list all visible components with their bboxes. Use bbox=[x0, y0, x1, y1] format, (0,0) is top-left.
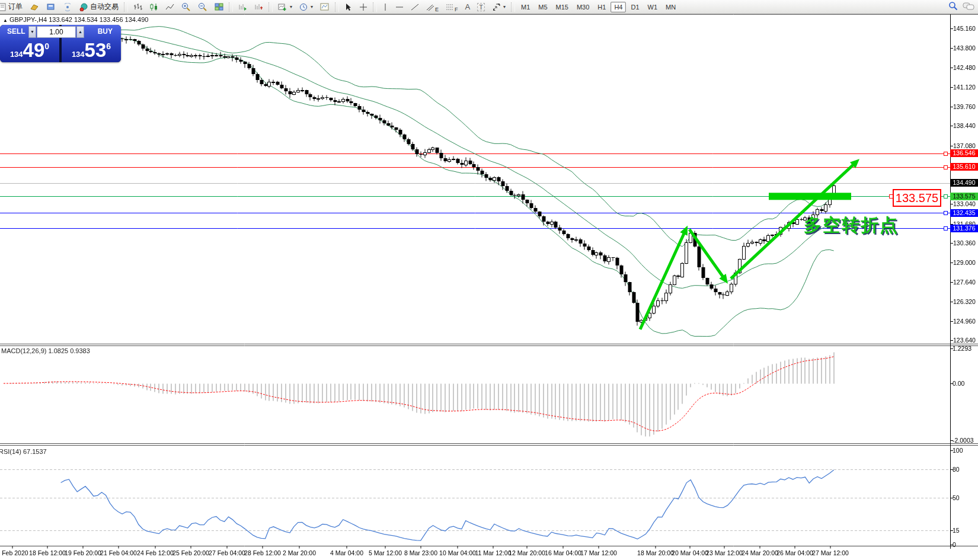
sell-label: SELL bbox=[7, 27, 25, 36]
chat-icon[interactable] bbox=[963, 2, 974, 12]
timeframe-m1[interactable]: M1 bbox=[517, 2, 533, 12]
price-tick: 138.440 bbox=[953, 122, 976, 129]
time-axis-label: 10 Mar 04:00 bbox=[439, 549, 476, 556]
price-marker-badge: 133.575 bbox=[950, 193, 978, 200]
toolbar-separator bbox=[124, 2, 128, 12]
cursor-icon[interactable] bbox=[341, 1, 355, 14]
line-chart-icon[interactable] bbox=[162, 1, 177, 14]
sell-price: 134 49 0 bbox=[0, 40, 59, 60]
price-marker-badge: 132.435 bbox=[950, 209, 978, 217]
market-watch-icon[interactable] bbox=[43, 1, 59, 14]
time-axis-label: 23 Mar 12:00 bbox=[706, 549, 743, 556]
timeframe-w1[interactable]: W1 bbox=[644, 2, 661, 12]
macd-label: MACD(12,26,9) 1.0825 0.9383 bbox=[1, 347, 90, 354]
crosshair-icon[interactable] bbox=[356, 1, 370, 14]
price-tick: 137.080 bbox=[953, 142, 976, 149]
time-axis-label: 19 Feb 20:00 bbox=[65, 549, 101, 556]
rsi-scale-label: 100 bbox=[953, 447, 963, 454]
buy-price-point: 6 bbox=[106, 41, 111, 51]
chevron-down-icon: ▾ bbox=[503, 4, 506, 9]
price-tick: 133.040 bbox=[953, 200, 976, 207]
bar-chart-icon[interactable] bbox=[130, 1, 145, 14]
time-axis-label: 2 Mar 20:00 bbox=[283, 549, 316, 556]
rsi-scale-label: 80 bbox=[953, 466, 960, 473]
price-tick: 129.000 bbox=[953, 259, 976, 266]
candlestick-chart-icon[interactable] bbox=[146, 1, 161, 14]
template-icon[interactable] bbox=[317, 1, 333, 14]
timeframe-d1[interactable]: D1 bbox=[627, 2, 643, 12]
volume-increase-button[interactable]: ▲ bbox=[76, 26, 84, 38]
buy-price: 134 53 6 bbox=[62, 40, 121, 60]
label-tool-letter: T bbox=[477, 3, 485, 11]
toolbar-separator bbox=[269, 2, 273, 12]
sell-price-point: 0 bbox=[44, 41, 49, 51]
channel-tool-icon[interactable]: E bbox=[423, 1, 442, 14]
toolbar-separator bbox=[373, 2, 377, 12]
rsi-label: RSI(14) 67.1537 bbox=[0, 448, 47, 455]
zoom-in-icon[interactable] bbox=[178, 1, 194, 14]
time-axis-label: 8 Mar 23:00 bbox=[404, 549, 437, 556]
alert-icon[interactable] bbox=[27, 1, 42, 14]
time-axis-label: 25 Feb 20:00 bbox=[172, 549, 209, 556]
macd-scale-label: 0.00 bbox=[953, 380, 964, 387]
timeframe-m5[interactable]: M5 bbox=[535, 2, 551, 12]
rsi-scale-label: 0 bbox=[953, 541, 956, 548]
search-icon[interactable] bbox=[948, 1, 958, 12]
rsi-scale-label: 15 bbox=[953, 527, 960, 534]
time-axis-label: 27 Feb 04:00 bbox=[209, 549, 245, 556]
auto-scroll-icon[interactable] bbox=[235, 1, 250, 14]
price-level-box: 133.575 bbox=[893, 189, 941, 207]
trendline-tool-icon[interactable] bbox=[408, 1, 422, 14]
price-marker-badge: 131.376 bbox=[950, 225, 978, 232]
new-order-icon bbox=[0, 3, 7, 11]
timeframe-h4[interactable]: H4 bbox=[611, 2, 626, 12]
volume-decrease-button[interactable]: ▼ bbox=[28, 26, 36, 38]
timeframe-mn[interactable]: MN bbox=[662, 2, 679, 12]
shapes-tool-icon[interactable]: ▾ bbox=[489, 1, 509, 14]
autotrading-icon bbox=[79, 3, 88, 11]
period-clock-button[interactable]: ▾ bbox=[296, 1, 316, 14]
chart-shift-icon[interactable] bbox=[251, 1, 266, 14]
time-axis-label: 20 Mar 04:00 bbox=[672, 549, 708, 556]
sell-price-pips: 49 bbox=[23, 40, 45, 60]
timeframe-h1[interactable]: H1 bbox=[594, 2, 609, 12]
price-marker-badge: 135.610 bbox=[950, 163, 978, 171]
signals-icon[interactable] bbox=[60, 1, 75, 14]
tile-windows-icon[interactable] bbox=[212, 1, 226, 14]
time-axis-label: 24 Feb 12:00 bbox=[137, 549, 174, 556]
text-tool-icon[interactable]: A bbox=[462, 1, 474, 14]
new-order-button[interactable]: 订单 bbox=[0, 2, 25, 12]
symbol-info: ▲GBPJPY-,H4 133.642 134.534 133.456 134.… bbox=[3, 16, 148, 23]
sell-price-figure: 134 bbox=[10, 50, 23, 59]
volume-input[interactable] bbox=[37, 26, 76, 38]
price-tick: 123.640 bbox=[953, 337, 976, 344]
timeframe-m15[interactable]: M15 bbox=[552, 2, 572, 12]
turning-point-note: 多空转折点 bbox=[804, 213, 899, 238]
price-tick: 124.960 bbox=[953, 318, 976, 325]
rsi-scale-label: 50 bbox=[953, 494, 960, 501]
time-axis-label: 4 Mar 04:00 bbox=[330, 549, 363, 556]
chart-canvas[interactable] bbox=[0, 0, 978, 560]
timeframe-m30[interactable]: M30 bbox=[573, 2, 593, 12]
fibonacci-tool-icon[interactable]: F bbox=[443, 1, 461, 14]
timeframe-bar: M1M5M15M30H1H4D1W1MN bbox=[517, 2, 680, 12]
fibonacci-tool-letter: F bbox=[455, 7, 458, 12]
toolbar-separator bbox=[335, 2, 339, 12]
autotrading-label: 自动交易 bbox=[90, 2, 119, 12]
price-tick: 143.800 bbox=[953, 44, 976, 52]
label-tool-icon[interactable]: T bbox=[474, 1, 488, 14]
price-tick: 127.640 bbox=[953, 279, 976, 286]
horizontal-line-tool-icon[interactable] bbox=[392, 1, 407, 14]
macd-scale-label: -2.0003 bbox=[953, 437, 974, 444]
time-axis-label: 12 Mar 20:00 bbox=[509, 549, 545, 556]
macd-scale-label: 1.2293 bbox=[953, 345, 971, 352]
time-axis-label: 26 Mar 04:00 bbox=[776, 549, 813, 556]
new-chart-button[interactable]: ▾ bbox=[275, 1, 295, 14]
autotrading-button[interactable]: 自动交易 bbox=[76, 2, 122, 12]
chevron-down-icon: ▾ bbox=[311, 4, 313, 9]
vertical-line-tool-icon[interactable] bbox=[379, 1, 391, 14]
zoom-out-icon[interactable] bbox=[195, 1, 210, 14]
channel-tool-letter: E bbox=[435, 7, 439, 12]
buy-price-figure: 134 bbox=[72, 50, 85, 59]
toolbar: 订单 自动交易 bbox=[0, 0, 978, 14]
